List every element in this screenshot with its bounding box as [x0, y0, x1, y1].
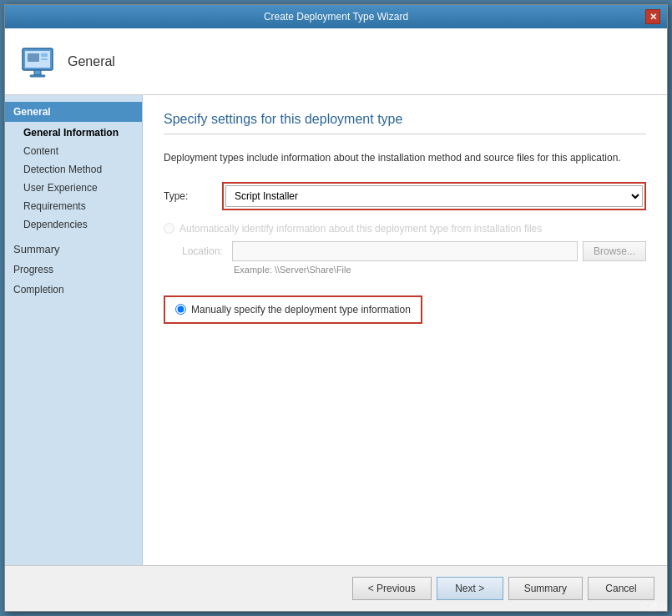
- page-heading: Specify settings for this deployment typ…: [164, 112, 646, 134]
- next-button[interactable]: Next >: [437, 577, 503, 600]
- content-area: General General Information Content Dete…: [5, 95, 667, 565]
- sidebar: General General Information Content Dete…: [5, 95, 143, 565]
- location-label: Location:: [182, 245, 232, 257]
- sidebar-item-detection-method[interactable]: Detection Method: [5, 160, 142, 179]
- sidebar-item-general-information[interactable]: General Information: [5, 124, 142, 142]
- sidebar-section-progress[interactable]: Progress: [5, 260, 142, 280]
- location-example: Example: \\Server\Share\File: [234, 265, 646, 275]
- location-input[interactable]: [232, 241, 578, 261]
- browse-button[interactable]: Browse...: [583, 241, 646, 261]
- type-label: Type:: [164, 190, 222, 202]
- svg-rect-5: [41, 53, 48, 57]
- header-area: General: [5, 28, 667, 95]
- main-content: Specify settings for this deployment typ…: [143, 95, 667, 565]
- sidebar-item-content[interactable]: Content: [5, 142, 142, 160]
- auto-radio[interactable]: [164, 223, 174, 234]
- radio-section: Automatically identify information about…: [164, 223, 646, 324]
- location-row: Location: Browse...: [182, 241, 646, 261]
- type-select-inner: Script Installer Windows app package (*.…: [225, 185, 643, 207]
- type-row: Type: Script Installer Windows app packa…: [164, 182, 646, 210]
- auto-radio-label: Automatically identify information about…: [179, 223, 542, 235]
- svg-rect-4: [28, 53, 39, 62]
- svg-rect-6: [41, 58, 48, 60]
- sidebar-item-requirements[interactable]: Requirements: [5, 197, 142, 215]
- title-bar: Create Deployment Type Wizard ✕: [5, 5, 667, 28]
- radio-auto-row: Automatically identify information about…: [164, 223, 646, 235]
- cancel-button[interactable]: Cancel: [588, 577, 654, 600]
- previous-button[interactable]: < Previous: [352, 577, 432, 600]
- close-button[interactable]: ✕: [645, 9, 660, 24]
- watermark: 亿速云: [640, 599, 668, 612]
- footer: < Previous Next > Summary Cancel: [5, 565, 667, 611]
- svg-rect-2: [34, 70, 41, 75]
- svg-rect-3: [30, 75, 45, 77]
- window-title: Create Deployment Type Wizard: [27, 11, 645, 23]
- type-select-wrapper: Script Installer Windows app package (*.…: [222, 182, 646, 210]
- sidebar-section-completion[interactable]: Completion: [5, 280, 142, 300]
- summary-button[interactable]: Summary: [508, 577, 583, 600]
- manual-radio[interactable]: [175, 304, 186, 315]
- type-select[interactable]: Script Installer Windows app package (*.…: [226, 186, 642, 206]
- manual-radio-label: Manually specify the deployment type inf…: [191, 304, 411, 316]
- wizard-window: Create Deployment Type Wizard ✕ General …: [4, 4, 668, 612]
- sidebar-section-summary[interactable]: Summary: [5, 239, 142, 260]
- sidebar-section-general: General: [5, 102, 142, 122]
- radio-manual-highlighted: Manually specify the deployment type inf…: [164, 295, 422, 324]
- description-text: Deployment types include information abo…: [164, 151, 646, 165]
- sidebar-item-user-experience[interactable]: User Experience: [5, 179, 142, 197]
- header-icon: [18, 42, 58, 82]
- header-title: General: [68, 54, 115, 69]
- sidebar-item-dependencies[interactable]: Dependencies: [5, 215, 142, 234]
